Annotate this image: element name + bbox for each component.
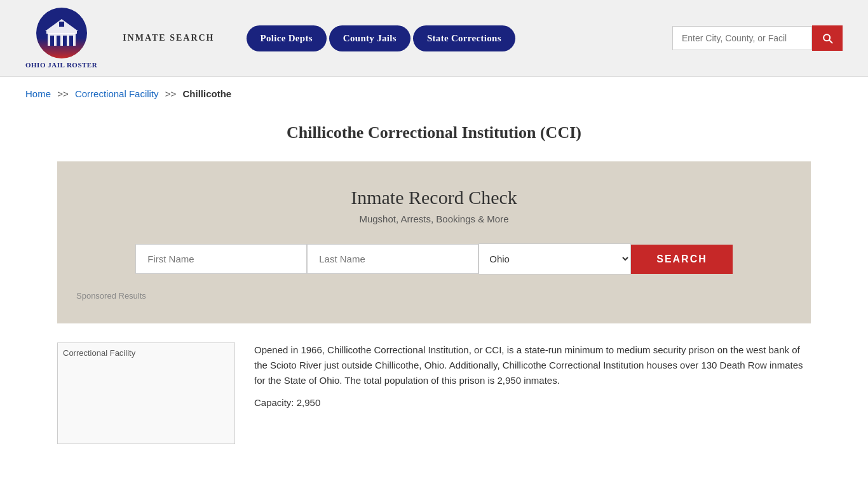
record-search-form: AlabamaAlaskaArizonaArkansasCaliforniaCo… bbox=[76, 243, 792, 274]
breadcrumb: Home >> Correctional Facility >> Chillic… bbox=[0, 77, 868, 111]
svg-rect-3 bbox=[63, 36, 67, 46]
breadcrumb-correctional-facility[interactable]: Correctional Facility bbox=[75, 88, 159, 99]
facility-content: Correctional Facility Opened in 1966, Ch… bbox=[0, 323, 868, 463]
first-name-input[interactable] bbox=[135, 244, 307, 274]
record-search-button[interactable]: SEARCH bbox=[631, 245, 733, 274]
record-check-section: Inmate Record Check Mugshot, Arrests, Bo… bbox=[57, 161, 811, 323]
main-nav: Police Depts County Jails State Correcti… bbox=[247, 25, 515, 51]
logo-icon bbox=[36, 8, 87, 58]
state-select[interactable]: AlabamaAlaskaArizonaArkansasCaliforniaCo… bbox=[478, 243, 631, 274]
page-title-section: Chillicothe Correctional Institution (CC… bbox=[0, 111, 868, 161]
svg-rect-2 bbox=[57, 36, 60, 46]
facility-info: Opened in 1966, Chillicothe Correctional… bbox=[254, 342, 811, 408]
breadcrumb-current: Chillicothe bbox=[182, 88, 231, 99]
record-check-subtitle: Mugshot, Arrests, Bookings & More bbox=[76, 214, 792, 224]
county-jails-button[interactable]: County Jails bbox=[329, 25, 410, 51]
breadcrumb-separator-2: >> bbox=[165, 88, 177, 99]
svg-rect-4 bbox=[69, 36, 73, 46]
state-corrections-button[interactable]: State Corrections bbox=[413, 25, 515, 51]
site-header: Ohio Jail Roster INMATE SEARCH Police De… bbox=[0, 0, 868, 77]
svg-rect-1 bbox=[50, 36, 54, 46]
breadcrumb-separator-1: >> bbox=[57, 88, 69, 99]
facility-image: Correctional Facility bbox=[57, 342, 235, 444]
record-check-title: Inmate Record Check bbox=[76, 187, 792, 208]
location-search-button[interactable] bbox=[812, 25, 843, 51]
inmate-search-label: INMATE SEARCH bbox=[123, 33, 214, 43]
logo-text: Ohio Jail Roster bbox=[25, 61, 97, 69]
last-name-input[interactable] bbox=[307, 244, 478, 274]
header-search-area bbox=[672, 25, 843, 51]
facility-description: Opened in 1966, Chillicothe Correctional… bbox=[254, 342, 811, 388]
page-title: Chillicothe Correctional Institution (CC… bbox=[25, 123, 843, 142]
sponsored-results-label: Sponsored Results bbox=[76, 287, 792, 304]
search-icon bbox=[821, 32, 834, 44]
facility-capacity: Capacity: 2,950 bbox=[254, 397, 811, 408]
police-depts-button[interactable]: Police Depts bbox=[247, 25, 327, 51]
svg-rect-5 bbox=[46, 31, 77, 34]
logo-area: Ohio Jail Roster bbox=[25, 8, 97, 69]
location-search-input[interactable] bbox=[672, 26, 812, 50]
breadcrumb-home[interactable]: Home bbox=[25, 88, 51, 99]
svg-rect-7 bbox=[59, 22, 64, 27]
